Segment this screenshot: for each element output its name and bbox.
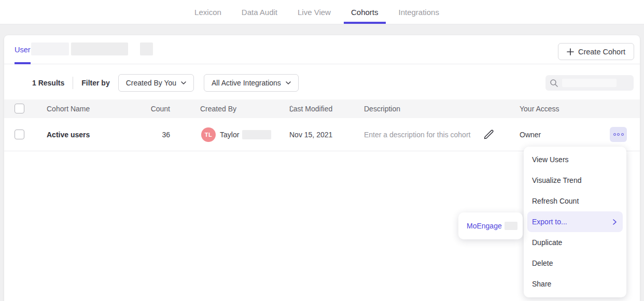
edit-description-icon[interactable] [482,128,495,141]
menu-item-visualize-trend[interactable]: Visualize Trend [524,170,626,191]
access-value: Owner [520,131,541,139]
description-placeholder[interactable]: Enter a description for this cohort [364,131,470,139]
tab-redacted-3[interactable] [140,42,153,55]
tab-redacted-2[interactable] [71,42,128,55]
header-your-access: Your Access [520,105,559,113]
menu-item-refresh-count[interactable]: Refresh Count [524,191,626,211]
tab-user[interactable]: User [15,35,31,64]
created-by-redacted [242,130,271,139]
create-cohort-button[interactable]: Create Cohort [558,43,634,60]
nav-tab-live-view[interactable]: Live View [298,0,331,24]
header-count: Count [151,105,170,113]
menu-item-share[interactable]: Share [524,274,626,294]
nav-tab-integrations[interactable]: Integrations [399,0,439,24]
table-header-row: Cohort Name Count Created By Last Modifi… [4,99,640,118]
avatar: TL [201,127,216,142]
tab-redacted-1[interactable] [31,42,69,55]
submenu-item-moengage-label: MoEngage [467,222,502,230]
header-last-modified-label: Last Modified [289,105,332,113]
menu-item-delete[interactable]: Delete [524,253,626,274]
search-placeholder-redacted [562,79,617,87]
row-actions-context-menu: View Users Visualize Trend Refresh Count… [524,147,626,297]
nav-tab-lexicon[interactable]: Lexicon [194,0,221,24]
created-by-name: Taylor [220,131,239,139]
header-cohort-name: Cohort Name [47,105,90,113]
cohort-type-tabs: User Create Cohort [4,35,640,64]
dots-icon [613,133,616,136]
divider [73,77,73,89]
export-submenu: MoEngage [458,212,523,239]
chevron-down-icon [181,81,186,84]
nav-tab-data-audit[interactable]: Data Audit [242,0,277,24]
select-all-checkbox[interactable] [15,104,24,113]
created-by-value: Taylor [220,130,271,139]
filter-toolbar: 1 Results Filter by Created By You All A… [4,70,640,95]
submenu-redacted [505,222,517,230]
menu-item-duplicate[interactable]: Duplicate [524,232,626,253]
created-by-dropdown[interactable]: Created By You [118,74,194,92]
create-cohort-label: Create Cohort [578,48,625,56]
chevron-down-icon [286,81,291,84]
menu-item-export-to[interactable]: Export to... [527,211,623,232]
plus-icon [567,48,574,55]
header-created-by: Created By [200,105,236,113]
chevron-right-icon [613,219,617,225]
row-actions-menu-button[interactable] [610,127,627,142]
header-description: Description [364,105,400,113]
nav-tab-cohorts[interactable]: Cohorts [351,0,379,24]
last-modified-value: Nov 15, 2021 [289,131,332,139]
submenu-item-moengage[interactable]: MoEngage [458,222,523,230]
cohorts-panel: User Create Cohort 1 Results Filter by C… [4,35,640,301]
filter-by-label: Filter by [81,79,109,87]
cohort-count: 36 [162,131,170,139]
search-input[interactable] [545,75,634,91]
row-checkbox[interactable] [15,130,24,139]
menu-item-view-users[interactable]: View Users [524,149,626,170]
integrations-dropdown-value: All Active Integrations [212,79,281,87]
integrations-dropdown[interactable]: All Active Integrations [204,74,299,92]
cohort-name[interactable]: Active users [47,131,90,139]
sort-icon [289,106,293,112]
results-count: 1 Results [32,79,64,87]
menu-item-export-to-label: Export to... [532,218,567,226]
created-by-dropdown-value: Created By You [126,79,176,87]
top-navigation: Lexicon Data Audit Live View Cohorts Int… [0,0,644,24]
search-icon [550,79,558,88]
